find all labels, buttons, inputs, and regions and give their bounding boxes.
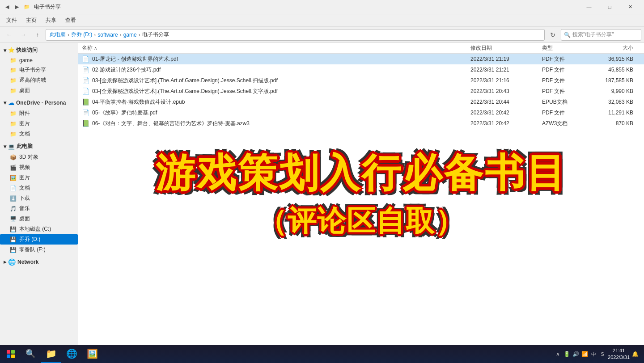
- menu-view[interactable]: 查看: [61, 15, 80, 26]
- sidebar-item-desktop-quick[interactable]: 📁 桌面: [0, 85, 78, 96]
- file-icon: 📄: [82, 66, 89, 73]
- maximize-button[interactable]: □: [599, 0, 620, 14]
- menu-file[interactable]: 文件: [2, 15, 21, 26]
- notification-icon[interactable]: 🔔: [631, 350, 639, 358]
- sidebar-item-pictures[interactable]: 🖼️ 图片: [0, 173, 78, 183]
- file-row[interactable]: 📗 06-《对白：文字、舞台、银幕的言语行为艺术》罗伯特·麦基.azw3 202…: [78, 118, 644, 129]
- file-type: EPUB文档: [542, 98, 596, 106]
- file-type: PDF 文件: [542, 77, 596, 84]
- file-name: 02-游戏设计的236个技巧.pdf: [92, 66, 470, 74]
- start-button[interactable]: [2, 345, 20, 363]
- taskbar-search[interactable]: 🔍: [21, 345, 40, 363]
- sidebar-item-attachments[interactable]: 📁 附件: [0, 108, 78, 118]
- file-list-header: 名称 ∧ 修改日期 类型 大小: [78, 43, 644, 54]
- file-row[interactable]: 📄 03-[全景探秘游戏设计艺术].(The.Art.of.Game.Desig…: [78, 75, 644, 86]
- address-box[interactable]: 此电脑 › 乔乔 (D:) › software › game › 电子书分享: [46, 29, 545, 41]
- file-row[interactable]: 📗 04-平衡掌控者-游戏数值战斗设计.epub 2022/3/31 20:44…: [78, 97, 644, 107]
- breadcrumb-thispc[interactable]: 此电脑: [50, 31, 66, 38]
- breadcrumb-drive[interactable]: 乔乔 (D:): [71, 31, 92, 38]
- sidebar-item-docs-od[interactable]: 📁 文档: [0, 129, 78, 139]
- onedrive-icon: ☁: [8, 99, 14, 106]
- breadcrumb-software[interactable]: software: [97, 32, 118, 38]
- tray-time[interactable]: 21:41 2022/3/31: [608, 347, 630, 361]
- sidebar-item-documents[interactable]: 📄 文档: [0, 183, 78, 193]
- sidebar-item-downloads[interactable]: ⬇️ 下载: [0, 193, 78, 203]
- sidebar-item-photos[interactable]: 📁 图片: [0, 118, 78, 129]
- onedrive-header: ▾ ☁ OneDrive - Persona: [0, 97, 78, 108]
- file-size: 45,855 KB: [596, 67, 640, 73]
- breadcrumb-game[interactable]: game: [123, 32, 137, 38]
- search-box[interactable]: 🔍 搜索"电子书分享": [561, 29, 641, 41]
- file-list: 📄 01-屠龙记 - 创造游戏世界的艺术.pdf 2022/3/31 21:19…: [78, 54, 644, 350]
- sidebar-item-desktop[interactable]: 🖥️ 桌面: [0, 214, 78, 224]
- folder-icon: 📁: [10, 121, 17, 127]
- folder-icon: 📁: [10, 57, 17, 63]
- taskbar-explorer[interactable]: 📁: [41, 345, 61, 363]
- col-header-size[interactable]: 大小: [596, 44, 640, 52]
- file-date: 2022/3/31 21:21: [470, 67, 542, 73]
- window-title: 电子书分享: [34, 3, 579, 11]
- file-size: 9,990 KB: [596, 88, 640, 94]
- col-header-type[interactable]: 类型: [542, 44, 596, 52]
- forward-button[interactable]: →: [17, 29, 30, 41]
- quickaccess-section: ▾ ⭐ 快速访问 📁 game 📁 电子书分享 📁 逐高的呐喊 📁 桌面: [0, 45, 78, 96]
- file-date: 2022/3/31 21:16: [470, 77, 542, 84]
- sidebar-item-game[interactable]: 📁 game: [0, 56, 78, 65]
- drive-d-icon: 💾: [10, 236, 17, 243]
- back-button[interactable]: ←: [3, 29, 15, 41]
- close-button[interactable]: ✕: [620, 0, 640, 14]
- col-header-name[interactable]: 名称 ∧: [82, 44, 470, 52]
- tray-battery-icon: 🔋: [563, 350, 570, 358]
- file-name: 03-[全景探秘游戏设计艺术].(The.Art.of.Game.Design)…: [92, 88, 470, 95]
- tray-wifi-icon[interactable]: 📶: [581, 350, 588, 358]
- windows-icon: [7, 350, 15, 358]
- tray-arrow-icon[interactable]: ∧: [554, 350, 561, 358]
- minimize-button[interactable]: —: [579, 0, 599, 14]
- sidebar-item-shout[interactable]: 📁 逐高的呐喊: [0, 75, 78, 85]
- file-name: 01-屠龙记 - 创造游戏世界的艺术.pdf: [92, 55, 470, 63]
- file-row[interactable]: 📄 01-屠龙记 - 创造游戏世界的艺术.pdf 2022/3/31 21:19…: [78, 54, 644, 64]
- refresh-button[interactable]: ↻: [547, 29, 559, 41]
- folder-icon: 📁: [10, 67, 17, 73]
- sidebar-item-video[interactable]: 🎬 视频: [0, 162, 78, 173]
- file-size: 870 KB: [596, 120, 640, 127]
- network-label: Network: [17, 259, 38, 265]
- taskbar-app4[interactable]: 🖼️: [82, 345, 102, 363]
- file-type: PDF 文件: [542, 66, 596, 74]
- content-area: 名称 ∧ 修改日期 类型 大小 📄 01-屠龙记 - 创造游戏世界的艺术.pdf…: [78, 43, 644, 350]
- taskbar-chrome[interactable]: 🌐: [62, 345, 81, 363]
- sidebar-item-drive-d[interactable]: 💾 乔乔 (D:): [0, 234, 78, 245]
- sidebar-item-music[interactable]: 🎵 音乐: [0, 203, 78, 214]
- thispc-section: ▾ 💻 此电脑 📦 3D 对象 🎬 视频 🖼️ 图片 📄 文档 ⬇️: [0, 141, 78, 255]
- chrome-taskbar-icon: 🌐: [66, 348, 77, 359]
- file-row[interactable]: 📄 02-游戏设计的236个技巧.pdf 2022/3/31 21:21 PDF…: [78, 64, 644, 75]
- sidebar-item-3d[interactable]: 📦 3D 对象: [0, 152, 78, 162]
- sidebar-item-drive-e[interactable]: 💾 零番队 (E:): [0, 245, 78, 255]
- menu-share[interactable]: 共享: [41, 15, 61, 26]
- breadcrumb-current: 电子书分享: [142, 31, 169, 38]
- menu-home[interactable]: 主页: [21, 15, 41, 26]
- tray-lang-icon[interactable]: 中: [590, 350, 597, 358]
- folder-icon: 📁: [10, 88, 17, 94]
- window-icon: 📁: [23, 4, 30, 11]
- sidebar-item-drive-c[interactable]: 💾 本地磁盘 (C:): [0, 224, 78, 234]
- col-header-date[interactable]: 修改日期: [470, 44, 542, 52]
- chevron-icon: ▸: [4, 259, 6, 265]
- network-icon: 🌐: [8, 258, 16, 266]
- file-row[interactable]: 📄 05-《故事》罗伯特麦基.pdf 2022/3/31 20:42 PDF 文…: [78, 107, 644, 118]
- sidebar-item-ebooks[interactable]: 📁 电子书分享: [0, 65, 78, 75]
- desktop-icon: 🖥️: [10, 216, 17, 222]
- taskbar: 🔍 📁 🌐 🖼️ ∧ 🔋 🔊 📶 中 S 21:41 2022/3/31 🔔: [0, 345, 644, 363]
- thispc-icon: 💻: [8, 144, 15, 150]
- quickaccess-label: ⭐ 快速访问: [8, 46, 38, 54]
- file-icon: 📗: [82, 98, 89, 106]
- pictures-icon: 🖼️: [10, 175, 17, 181]
- chevron-icon: ▾: [4, 100, 6, 106]
- video-icon: 🎬: [10, 165, 17, 171]
- file-row[interactable]: 📄 03-[全景探秘游戏设计艺术].(The.Art.of.Game.Desig…: [78, 86, 644, 97]
- up-button[interactable]: ↑: [31, 29, 44, 41]
- tray-ime-icon[interactable]: S: [599, 350, 606, 358]
- tray-volume-icon[interactable]: 🔊: [572, 350, 579, 358]
- search-taskbar-icon: 🔍: [25, 349, 35, 359]
- network-header[interactable]: ▸ 🌐 Network: [0, 257, 78, 267]
